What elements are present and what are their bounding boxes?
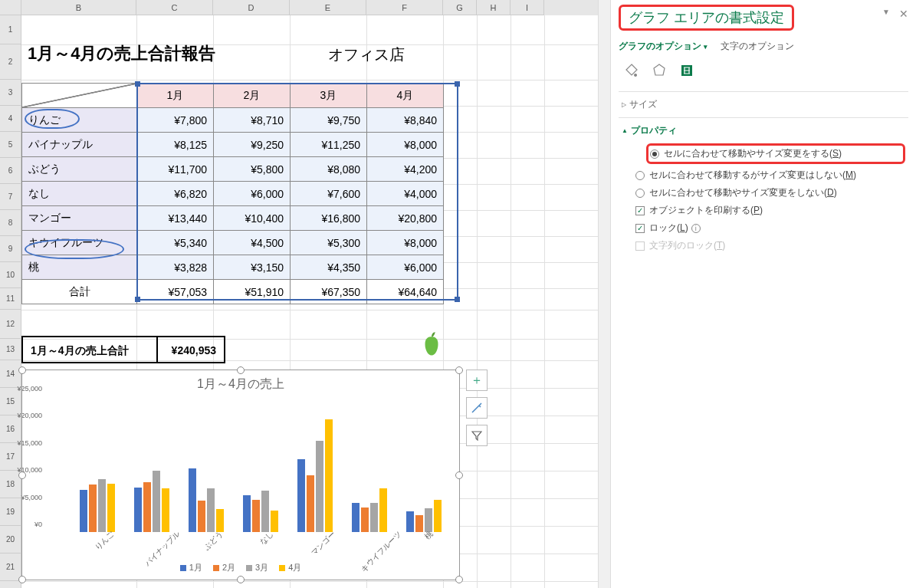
- radio-icon: [650, 149, 659, 159]
- month-header: 4月: [367, 84, 444, 108]
- value-cell: ¥5,800: [214, 157, 291, 182]
- chart-tools: ＋: [466, 370, 488, 452]
- fruit-cell: マンゴー: [22, 206, 137, 231]
- check-text-lock: 文字列のロック(T): [635, 239, 905, 252]
- value-cell: ¥3,150: [214, 255, 291, 280]
- grand-total-value: ¥240,953: [156, 336, 225, 363]
- pane-title: グラフ エリアの書式設定: [629, 8, 784, 27]
- section-size: ▷ サイズ: [619, 91, 908, 117]
- row-headers: 123456789101112131415161718192021222324: [0, 15, 21, 588]
- check-lock[interactable]: ロック(L)i: [635, 222, 905, 235]
- triangle-icon: ▷: [622, 101, 626, 108]
- value-cell: ¥9,250: [214, 133, 291, 157]
- fruit-cell: りんご: [22, 108, 137, 133]
- value-cell: ¥8,710: [214, 108, 291, 133]
- check-print[interactable]: オブジェクトを印刷する(P): [635, 204, 905, 217]
- value-cell: ¥8,000: [367, 133, 444, 157]
- grid[interactable]: 1月～4月の売上合計報告 オフィス店 1月 2月 3月 4月 りんご¥7,800…: [21, 15, 598, 588]
- svg-marker-0: [654, 64, 665, 75]
- checkbox-icon: [635, 224, 645, 233]
- value-cell: ¥6,000: [214, 182, 291, 206]
- fruit-cell: ぶどう: [22, 157, 137, 182]
- pane-title-highlight: グラフ エリアの書式設定: [619, 5, 794, 31]
- triangle-icon: ▲: [622, 127, 628, 134]
- value-cell: ¥8,840: [367, 108, 444, 133]
- column-headers: B C D E F G H I: [0, 0, 598, 15]
- radio-icon: [635, 171, 645, 180]
- value-cell: ¥3,828: [137, 255, 214, 280]
- radio-icon: [635, 189, 645, 198]
- tab-text-options[interactable]: 文字のオプション: [721, 41, 794, 51]
- format-category-icons: [623, 62, 908, 79]
- total-cell: ¥64,640: [367, 280, 444, 304]
- chart-styles-button[interactable]: [466, 397, 488, 419]
- size-header[interactable]: ▷ サイズ: [622, 98, 905, 111]
- value-cell: ¥5,340: [137, 231, 214, 255]
- chart-title: 1月～4月の売上: [22, 376, 459, 393]
- checkbox-icon: [635, 241, 645, 251]
- section-properties: ▲ プロパティ セルに合わせて移動やサイズ変更をする(S) セルに合わせて移動す…: [619, 117, 908, 263]
- value-cell: ¥6,820: [137, 182, 214, 206]
- fruit-cell: なし: [22, 182, 137, 206]
- apple-icon: [420, 331, 443, 357]
- value-cell: ¥4,200: [367, 157, 444, 182]
- report-title: 1月～4月の売上合計報告: [28, 42, 215, 65]
- value-cell: ¥20,800: [367, 206, 444, 231]
- radio-move-only[interactable]: セルに合わせて移動するがサイズ変更はしない(M): [635, 169, 905, 182]
- chart-filter-button[interactable]: [466, 425, 488, 446]
- fruit-cell: パイナップル: [22, 133, 137, 157]
- value-cell: ¥10,400: [214, 206, 291, 231]
- value-cell: ¥4,000: [367, 182, 444, 206]
- chart-legend: 1月2月3月4月: [22, 562, 459, 573]
- sales-table[interactable]: 1月 2月 3月 4月 りんご¥7,800¥8,710¥9,750¥8,840パ…: [21, 83, 444, 304]
- grand-total-label: 1月～4月の売上合計: [21, 336, 156, 363]
- total-label: 合計: [22, 280, 137, 304]
- total-cell: ¥67,350: [291, 280, 367, 304]
- chart[interactable]: 1月～4月の売上 ¥0¥5,000¥10,000¥15,000¥20,000¥2…: [21, 370, 460, 580]
- corner-cell: [22, 84, 137, 108]
- total-cell: ¥57,053: [137, 280, 214, 304]
- checkbox-icon: [635, 206, 645, 215]
- value-cell: ¥8,000: [367, 231, 444, 255]
- effects-icon[interactable]: [651, 62, 668, 79]
- store-name: オフィス店: [328, 44, 405, 65]
- value-cell: ¥7,600: [291, 182, 367, 206]
- value-cell: ¥9,750: [291, 108, 367, 133]
- info-icon[interactable]: i: [691, 224, 701, 233]
- value-cell: ¥11,250: [291, 133, 367, 157]
- close-icon[interactable]: ✕: [899, 8, 908, 20]
- vertical-scrollbar[interactable]: [598, 0, 610, 588]
- month-header: 1月: [137, 84, 214, 108]
- value-cell: ¥16,800: [291, 206, 367, 231]
- total-cell: ¥51,910: [214, 280, 291, 304]
- month-header: 3月: [291, 84, 367, 108]
- radio-none[interactable]: セルに合わせて移動やサイズ変更をしない(D): [635, 186, 905, 199]
- fill-line-icon[interactable]: [623, 62, 640, 79]
- worksheet[interactable]: B C D E F G H I 123456789101112131415161…: [0, 0, 598, 588]
- fruit-cell: 桃: [22, 255, 137, 280]
- value-cell: ¥4,500: [214, 231, 291, 255]
- pane-tabs: グラフのオプション 文字のオプション: [619, 40, 908, 53]
- value-cell: ¥6,000: [367, 255, 444, 280]
- pane-dropdown-icon[interactable]: ▼: [882, 8, 890, 16]
- value-cell: ¥4,350: [291, 255, 367, 280]
- format-pane: ▼ ✕ グラフ エリアの書式設定 グラフのオプション 文字のオプション ▷ サイ…: [610, 0, 916, 588]
- value-cell: ¥13,440: [137, 206, 214, 231]
- chart-elements-button[interactable]: ＋: [466, 370, 488, 391]
- tab-chart-options[interactable]: グラフのオプション: [619, 41, 708, 51]
- value-cell: ¥11,700: [137, 157, 214, 182]
- month-header: 2月: [214, 84, 291, 108]
- value-cell: ¥7,800: [137, 108, 214, 133]
- size-properties-icon[interactable]: [678, 62, 695, 79]
- fruit-cell: キウイフルーツ: [22, 231, 137, 255]
- value-cell: ¥8,125: [137, 133, 214, 157]
- radio-move-size[interactable]: セルに合わせて移動やサイズ変更をする(S): [646, 143, 905, 164]
- value-cell: ¥8,080: [291, 157, 367, 182]
- properties-header[interactable]: ▲ プロパティ: [622, 124, 905, 137]
- grand-total-box: 1月～4月の売上合計 ¥240,953: [21, 336, 225, 363]
- value-cell: ¥5,300: [291, 231, 367, 255]
